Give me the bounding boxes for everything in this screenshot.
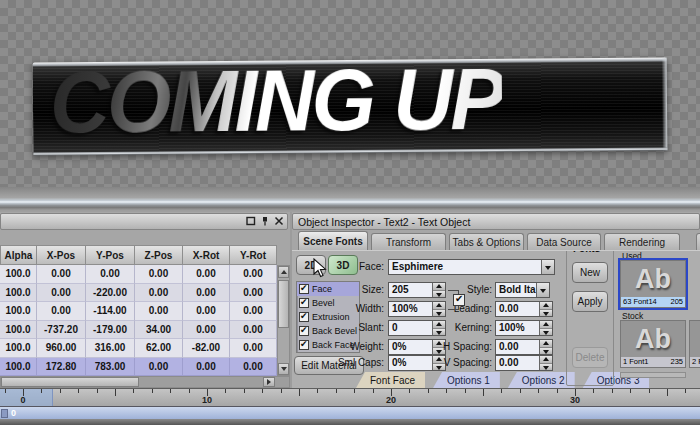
- table-cell[interactable]: 0.00: [135, 284, 183, 303]
- vertical-scrollbar[interactable]: [277, 265, 290, 376]
- tab-rendering[interactable]: Rendering: [604, 233, 680, 250]
- kerning-spinner[interactable]: [539, 321, 552, 335]
- table-cell[interactable]: 0.00: [135, 302, 183, 321]
- title-banner[interactable]: COMING UP: [33, 58, 668, 156]
- subtab-font-face[interactable]: Font Face: [356, 372, 425, 388]
- table-row[interactable]: 100.00.00-114.000.000.000.00: [0, 302, 277, 321]
- horizontal-scroll-thumb[interactable]: [1, 377, 139, 387]
- column-header[interactable]: Y-Pos: [86, 245, 135, 265]
- table-cell[interactable]: 0.00: [230, 358, 277, 377]
- table-cell[interactable]: -82.00: [183, 339, 230, 358]
- table-cell[interactable]: 0.00: [183, 284, 230, 303]
- table-cell[interactable]: 0.00: [183, 302, 230, 321]
- table-cell[interactable]: 100.0: [0, 321, 37, 340]
- table-cell[interactable]: 0.00: [135, 358, 183, 377]
- font-name: 63 Font14: [623, 297, 657, 307]
- dropdown-arrow-icon[interactable]: [536, 283, 549, 297]
- column-header[interactable]: X-Pos: [37, 245, 86, 265]
- table-cell[interactable]: -220.00: [86, 284, 135, 303]
- font-tile[interactable]: Ab1 Font1235: [620, 320, 686, 368]
- tab-tabs-options[interactable]: Tabs & Options: [449, 233, 524, 250]
- table-cell[interactable]: 100.0: [0, 284, 37, 303]
- table-cell[interactable]: 0.00: [183, 265, 230, 284]
- hspacing-field[interactable]: 0.00: [495, 339, 553, 355]
- kerning-field[interactable]: 100%: [495, 320, 553, 336]
- close-icon[interactable]: [274, 216, 284, 226]
- style-dropdown[interactable]: Bold Ita: [495, 282, 550, 298]
- left-panel-titlebar[interactable]: [0, 213, 288, 230]
- tab-data-source[interactable]: Data Source: [527, 233, 601, 250]
- table-cell[interactable]: 0.00: [230, 321, 277, 340]
- table-row[interactable]: 100.00.00-220.000.000.000.00: [0, 284, 277, 303]
- link-size-checkbox[interactable]: [453, 294, 465, 306]
- ruler-tick: [115, 389, 116, 396]
- table-cell[interactable]: 0.00: [37, 265, 86, 284]
- table-cell[interactable]: 0.00: [86, 265, 135, 284]
- table-cell[interactable]: 100.0: [0, 358, 37, 377]
- table-cell[interactable]: -114.00: [86, 302, 135, 321]
- column-header[interactable]: Alpha: [0, 245, 37, 265]
- table-row[interactable]: 100.00.000.000.000.000.00: [0, 265, 277, 284]
- tab-scene-fonts[interactable]: Scene Fonts: [298, 231, 368, 250]
- table-cell[interactable]: 172.80: [37, 358, 86, 377]
- maximize-icon[interactable]: [246, 216, 256, 226]
- tab-partial[interactable]: [696, 233, 700, 250]
- new-button[interactable]: New: [572, 262, 608, 283]
- subtab-options-2[interactable]: Options 2: [508, 372, 575, 388]
- slant-value: 0: [389, 321, 432, 335]
- column-header[interactable]: Z-Pos: [135, 245, 183, 265]
- leading-value: 0.00: [496, 302, 539, 316]
- table-cell[interactable]: 0.00: [230, 284, 277, 303]
- timeline-ruler[interactable]: 0102030: [0, 388, 700, 406]
- vspacing-spinner[interactable]: [539, 356, 552, 370]
- track-handle[interactable]: [1, 409, 8, 418]
- scroll-up-button[interactable]: [278, 266, 289, 278]
- table-cell[interactable]: 783.00: [86, 358, 135, 377]
- table-cell[interactable]: 100.0: [0, 339, 37, 358]
- column-header[interactable]: Y-Rot: [230, 245, 277, 265]
- table-cell[interactable]: 0.00: [135, 265, 183, 284]
- table-cell[interactable]: -179.00: [86, 321, 135, 340]
- dropdown-arrow-icon[interactable]: [541, 260, 554, 274]
- ruler-label: 20: [386, 395, 396, 405]
- table-cell[interactable]: 0.00: [230, 265, 277, 284]
- table-row[interactable]: 100.0-737.20-179.0034.000.000.00: [0, 321, 277, 340]
- inspector-titlebar[interactable]: Object Inspector - Text2 - Text Object: [292, 213, 700, 230]
- pin-icon[interactable]: [260, 216, 270, 226]
- table-cell[interactable]: 0.00: [183, 358, 230, 377]
- leading-field[interactable]: 0.00: [495, 301, 553, 317]
- table-cell[interactable]: 0.00: [183, 321, 230, 340]
- horizontal-scrollbar[interactable]: [0, 376, 290, 388]
- table-cell[interactable]: 100.0: [0, 302, 37, 321]
- table-cell[interactable]: -737.20: [37, 321, 86, 340]
- apply-button[interactable]: Apply: [572, 291, 608, 312]
- table-row[interactable]: 100.0960.00316.0062.00-82.000.00: [0, 339, 277, 358]
- table-cell[interactable]: 0.00: [37, 302, 86, 321]
- timeline-track-row[interactable]: 0: [0, 406, 700, 419]
- ruler-selection[interactable]: [0, 389, 53, 407]
- scroll-down-button[interactable]: [278, 363, 289, 375]
- table-cell[interactable]: 100.0: [0, 265, 37, 284]
- table-cell[interactable]: 0.00: [230, 339, 277, 358]
- subtab-options-1[interactable]: Options 1: [433, 372, 500, 388]
- column-header[interactable]: X-Rot: [183, 245, 230, 265]
- vspacing-field[interactable]: 0.00: [495, 355, 553, 371]
- face-dropdown[interactable]: Esphimere: [388, 259, 555, 275]
- table-cell[interactable]: 0.00: [230, 302, 277, 321]
- table-row[interactable]: 100.0172.80783.000.000.000.00: [0, 358, 277, 377]
- table-cell[interactable]: 0.00: [37, 284, 86, 303]
- banner-text[interactable]: COMING UP: [50, 52, 503, 149]
- leading-spinner[interactable]: [539, 302, 552, 316]
- scroll-right-button[interactable]: [263, 377, 275, 387]
- delete-button[interactable]: Delete: [572, 347, 608, 368]
- font-tile[interactable]: Ab63 Font14205: [620, 260, 686, 308]
- font-tile[interactable]: A2 Fo: [689, 320, 700, 368]
- tab-transform[interactable]: Transform: [371, 233, 446, 250]
- table-cell[interactable]: 316.00: [86, 339, 135, 358]
- inspector-title: Object Inspector - Text2 - Text Object: [298, 216, 470, 228]
- hspacing-spinner[interactable]: [539, 340, 552, 354]
- table-cell[interactable]: 34.00: [135, 321, 183, 340]
- table-cell[interactable]: 960.00: [37, 339, 86, 358]
- table-cell[interactable]: 62.00: [135, 339, 183, 358]
- vertical-scroll-thumb[interactable]: [278, 280, 289, 328]
